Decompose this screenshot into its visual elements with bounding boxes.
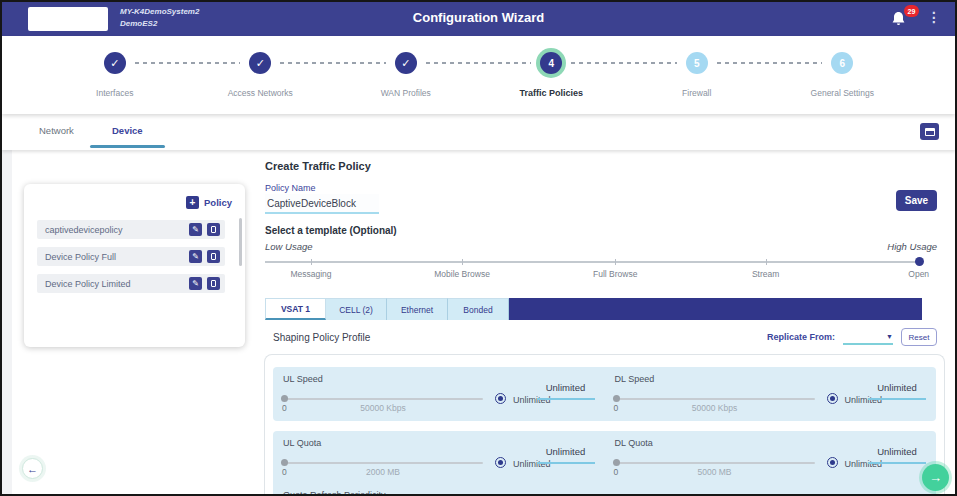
active-tab-underline (90, 145, 165, 148)
app-header: MY-K4DemoSystem2 DemoES2 Configuration W… (2, 2, 955, 36)
chevron-down-icon: ▼ (886, 333, 893, 340)
check-icon: ✓ (401, 57, 410, 70)
reset-button[interactable]: Reset (901, 328, 937, 346)
ul-quota-value-field[interactable]: Unlimited (537, 446, 595, 464)
ul-speed-value-field[interactable]: Unlimited (537, 382, 595, 400)
high-usage-label: High Usage (887, 241, 937, 252)
dl-speed-slider[interactable] (615, 398, 815, 400)
ul-quota-group: UL Quota 0 2000 MB Unlimited Unlimited (273, 431, 605, 485)
configuration-wizard-window: MY-K4DemoSystem2 DemoES2 Configuration W… (0, 0, 957, 496)
system-name: MY-K4DemoSystem2 (120, 6, 199, 18)
template-option-open[interactable]: Open (908, 269, 929, 279)
dl-quota-slider[interactable] (615, 462, 815, 464)
slider-thumb[interactable] (613, 459, 620, 466)
edit-policy-button[interactable]: ✎ (189, 250, 202, 263)
view-tabbar: Network Device (2, 114, 955, 150)
tab-cell[interactable]: CELL (2) (326, 298, 387, 320)
step-number: 6 (839, 58, 845, 69)
step-number: 5 (694, 58, 700, 69)
replicate-from-label: Replicate From: (767, 332, 835, 342)
arrow-right-icon: → (929, 470, 942, 485)
check-icon: ✓ (256, 57, 265, 70)
quota-refresh-label: Quota Refresh Periodicity (283, 490, 386, 496)
step-interfaces[interactable]: ✓ Interfaces (42, 52, 188, 114)
policy-name-input[interactable] (265, 194, 379, 214)
dl-speed-value-field[interactable]: Unlimited (868, 382, 926, 400)
trash-icon (211, 226, 216, 233)
open-window-button[interactable] (920, 123, 939, 140)
policy-list-item[interactable]: captivedevicepolicy ✎ (37, 220, 225, 239)
policy-list-item[interactable]: Device Policy Limited ✎ (37, 274, 225, 293)
low-usage-label: Low Usage (265, 241, 313, 252)
interface-tabbar: VSAT 1 CELL (2) Ethernet Bonded (265, 298, 922, 320)
trash-icon (211, 253, 216, 260)
ul-speed-slider[interactable] (283, 398, 483, 400)
edit-policy-button[interactable]: ✎ (189, 223, 202, 236)
step-access-networks[interactable]: ✓ Access Networks (188, 52, 334, 114)
slider-tick (615, 259, 616, 265)
add-policy-button[interactable]: + Policy (186, 196, 232, 209)
slider-thumb[interactable] (281, 395, 288, 402)
shaping-profile-title: Shaping Policy Profile (273, 332, 370, 343)
tab-bonded[interactable]: Bonded (448, 298, 509, 320)
slider-tick (462, 259, 463, 265)
left-gutter (2, 150, 12, 494)
step-traffic-policies[interactable]: 4 Traffic Policies (479, 52, 625, 114)
tab-device[interactable]: Device (112, 125, 143, 136)
kebab-menu-icon[interactable]: ⋮ (927, 9, 941, 25)
unlimited-radio[interactable] (827, 457, 838, 468)
unlimited-radio[interactable] (495, 457, 506, 468)
replicate-row: Replicate From: ▼ Reset (767, 328, 937, 346)
back-button[interactable]: ← (22, 458, 43, 479)
slider-thumb[interactable] (613, 395, 620, 402)
device-policy-list-card: + Policy captivedevicepolicy ✎ Device Po… (24, 184, 245, 347)
arrow-left-icon: ← (27, 463, 38, 475)
dl-quota-group: DL Quota 0 5000 MB Unlimited Unlimited (605, 431, 937, 485)
unlimited-radio[interactable] (827, 393, 838, 404)
speed-panel: UL Speed 0 50000 Kbps Unlimited Unlimite… (273, 367, 936, 421)
step-wan-profiles[interactable]: ✓ WAN Profiles (333, 52, 479, 114)
step-number: 4 (548, 58, 554, 69)
page-title: Configuration Wizard (413, 10, 544, 25)
template-slider[interactable]: Messaging Mobile Browse Full Browse Stre… (265, 261, 922, 263)
policy-list-item[interactable]: Device Policy Full ✎ (37, 247, 225, 266)
policy-list-scrollbar[interactable] (239, 218, 242, 266)
interface-tabbar-filler (509, 298, 922, 320)
create-policy-heading: Create Traffic Policy (265, 160, 371, 172)
dl-quota-value-field[interactable]: Unlimited (868, 446, 926, 464)
step-general-settings[interactable]: 6 General Settings (770, 52, 916, 114)
template-option-full-browse[interactable]: Full Browse (593, 269, 637, 279)
plus-icon: + (186, 196, 199, 209)
trash-icon (211, 280, 216, 287)
delete-policy-button[interactable] (207, 223, 220, 236)
template-option-mobile-browse[interactable]: Mobile Browse (434, 269, 490, 279)
check-icon: ✓ (110, 57, 119, 70)
ul-quota-slider[interactable] (283, 462, 483, 464)
delete-policy-button[interactable] (207, 250, 220, 263)
system-info: MY-K4DemoSystem2 DemoES2 (120, 6, 199, 30)
tab-network[interactable]: Network (39, 125, 74, 136)
unlimited-radio[interactable] (495, 393, 506, 404)
delete-policy-button[interactable] (207, 277, 220, 290)
slider-tick (766, 259, 767, 265)
save-button[interactable]: Save (896, 190, 937, 211)
replicate-from-dropdown[interactable]: ▼ (843, 329, 893, 345)
next-button[interactable]: → (922, 464, 949, 491)
template-option-messaging[interactable]: Messaging (290, 269, 331, 279)
slider-thumb[interactable] (281, 459, 288, 466)
tab-ethernet[interactable]: Ethernet (387, 298, 448, 320)
step-firewall[interactable]: 5 Firewall (624, 52, 770, 114)
notification-count-badge[interactable]: 29 (904, 5, 919, 17)
slider-tick (311, 259, 312, 265)
quota-panel: UL Quota 0 2000 MB Unlimited Unlimited D… (273, 431, 936, 496)
pencil-icon: ✎ (192, 280, 199, 288)
ul-speed-group: UL Speed 0 50000 Kbps Unlimited Unlimite… (273, 367, 605, 421)
template-slider-thumb[interactable] (915, 257, 924, 266)
template-section-label: Select a template (Optional) (265, 225, 397, 236)
logo-placeholder (28, 7, 108, 31)
edit-policy-button[interactable]: ✎ (189, 277, 202, 290)
shaping-policy-card: UL Speed 0 50000 Kbps Unlimited Unlimite… (264, 354, 945, 496)
policy-name-label: Policy Name (265, 183, 316, 193)
template-option-stream[interactable]: Stream (752, 269, 779, 279)
tab-vsat1[interactable]: VSAT 1 (265, 298, 326, 320)
